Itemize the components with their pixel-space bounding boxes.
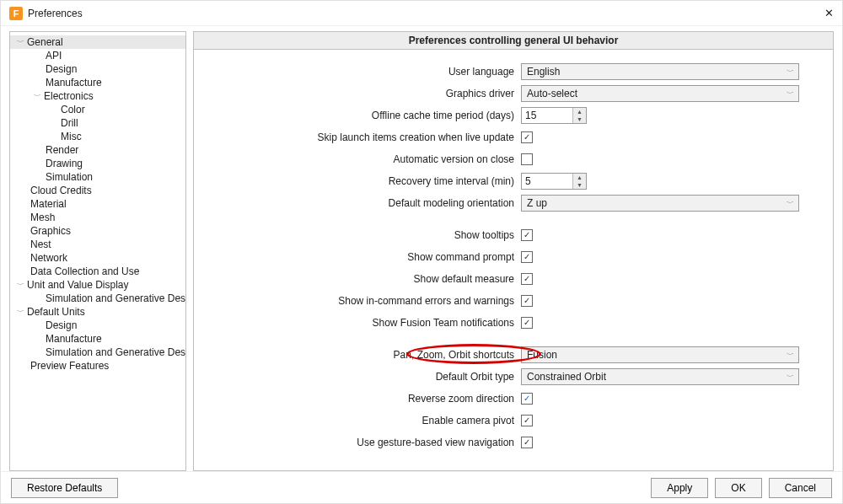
tree-general[interactable]: ﹀General (10, 35, 185, 49)
show-tooltips-label: Show tooltips (201, 229, 521, 241)
skip-launch-label: Skip launch items creation when live upd… (201, 131, 521, 143)
chevron-down-icon[interactable]: ﹀ (32, 91, 42, 102)
chevron-down-icon: ﹀ (787, 372, 794, 383)
tree-preview-features[interactable]: Preview Features (10, 359, 185, 373)
tree-drill[interactable]: Drill (10, 116, 185, 130)
tree-graphics[interactable]: Graphics (10, 224, 185, 238)
tree-api[interactable]: API (10, 49, 185, 62)
reverse-zoom-checkbox[interactable] (521, 393, 533, 405)
preferences-window: F Preferences ✕ ﹀General API Design Manu… (0, 0, 843, 504)
tree-data-collection[interactable]: Data Collection and Use (10, 265, 185, 278)
auto-version-checkbox[interactable] (521, 153, 533, 165)
tree-unit-value[interactable]: ﹀Unit and Value Display (10, 278, 185, 292)
tree-render[interactable]: Render (10, 143, 185, 157)
ok-button[interactable]: OK (715, 478, 761, 498)
graphics-driver-label: Graphics driver (201, 88, 521, 99)
show-def-measure-label: Show default measure (201, 273, 521, 285)
tree-color[interactable]: Color (10, 103, 185, 116)
tree-sim-gen-2[interactable]: Simulation and Generative Design (10, 346, 185, 359)
tree-manufacture[interactable]: Manufacture (10, 76, 185, 89)
show-cmd-prompt-checkbox[interactable] (521, 251, 533, 263)
recovery-interval-spinner[interactable]: 5▲▼ (521, 173, 587, 190)
close-icon[interactable]: ✕ (800, 7, 834, 19)
tree-electronics[interactable]: ﹀Electronics (10, 89, 185, 103)
spinner-buttons[interactable]: ▲▼ (572, 108, 586, 123)
tree-design[interactable]: Design (10, 62, 185, 76)
show-cmd-prompt-label: Show command prompt (201, 251, 521, 263)
app-icon: F (9, 7, 23, 20)
chevron-down-icon[interactable]: ﹀ (15, 307, 25, 318)
show-tooltips-checkbox[interactable] (521, 229, 533, 241)
chevron-down-icon[interactable]: ﹀ (15, 280, 25, 291)
reverse-zoom-label: Reverse zoom direction (201, 393, 521, 405)
tree-default-units[interactable]: ﹀Default Units (10, 305, 185, 319)
user-language-select[interactable]: English﹀ (521, 63, 799, 80)
tree-cloud-credits[interactable]: Cloud Credits (10, 184, 185, 197)
enable-pivot-label: Enable camera pivot (201, 415, 521, 426)
gesture-nav-label: Use gesture-based view navigation (201, 437, 521, 448)
gesture-nav-checkbox[interactable] (521, 437, 533, 448)
pan-zoom-select[interactable]: Fusion﹀ (521, 346, 799, 363)
show-fusion-team-label: Show Fusion Team notifications (201, 317, 521, 329)
default-orbit-select[interactable]: Constrained Orbit﹀ (521, 368, 799, 385)
show-fusion-team-checkbox[interactable] (521, 317, 533, 329)
tree-nest[interactable]: Nest (10, 238, 185, 251)
tree-network[interactable]: Network (10, 251, 185, 265)
panel-body: User language English﹀ Graphics driver A… (193, 50, 834, 471)
restore-defaults-button[interactable]: Restore Defaults (11, 478, 118, 498)
user-language-label: User language (201, 66, 521, 78)
enable-pivot-checkbox[interactable] (521, 415, 533, 426)
graphics-driver-select[interactable]: Auto-select﹀ (521, 85, 799, 102)
default-orient-label: Default modeling orientation (201, 197, 521, 209)
auto-version-label: Automatic version on close (201, 153, 521, 165)
show-in-cmd-err-checkbox[interactable] (521, 295, 533, 307)
default-orbit-label: Default Orbit type (201, 371, 521, 383)
chevron-down-icon[interactable]: ﹀ (15, 37, 25, 48)
tree-simulation[interactable]: Simulation (10, 170, 185, 184)
tree-drawing[interactable]: Drawing (10, 157, 185, 170)
window-title: Preferences (28, 8, 800, 19)
offline-cache-label: Offline cache time period (days) (201, 110, 521, 121)
button-bar: Restore Defaults Apply OK Cancel (1, 471, 842, 503)
chevron-down-icon: ﹀ (787, 88, 794, 99)
panel-header: Preferences controlling general UI behav… (193, 31, 834, 50)
apply-button[interactable]: Apply (651, 478, 708, 498)
tree-misc[interactable]: Misc (10, 130, 185, 143)
tree-material[interactable]: Material (10, 197, 185, 211)
titlebar: F Preferences ✕ (1, 1, 842, 26)
nav-tree[interactable]: ﹀General API Design Manufacture ﹀Electro… (9, 31, 186, 471)
chevron-down-icon: ﹀ (787, 198, 794, 209)
tree-manufacture-2[interactable]: Manufacture (10, 332, 185, 346)
offline-cache-spinner[interactable]: 15▲▼ (521, 107, 587, 124)
tree-sim-gen-1[interactable]: Simulation and Generative Design (10, 292, 185, 305)
default-orient-select[interactable]: Z up﹀ (521, 195, 799, 212)
spinner-buttons[interactable]: ▲▼ (572, 174, 586, 189)
show-def-measure-checkbox[interactable] (521, 273, 533, 285)
chevron-down-icon: ﹀ (787, 67, 794, 78)
pan-zoom-label: Pan, Zoom, Orbit shortcuts (201, 349, 521, 361)
tree-design-2[interactable]: Design (10, 319, 185, 332)
chevron-down-icon: ﹀ (787, 350, 794, 361)
cancel-button[interactable]: Cancel (769, 478, 832, 498)
show-in-cmd-err-label: Show in-command errors and warnings (201, 295, 521, 307)
tree-mesh[interactable]: Mesh (10, 211, 185, 224)
recovery-interval-label: Recovery time interval (min) (201, 175, 521, 187)
skip-launch-checkbox[interactable] (521, 131, 533, 143)
